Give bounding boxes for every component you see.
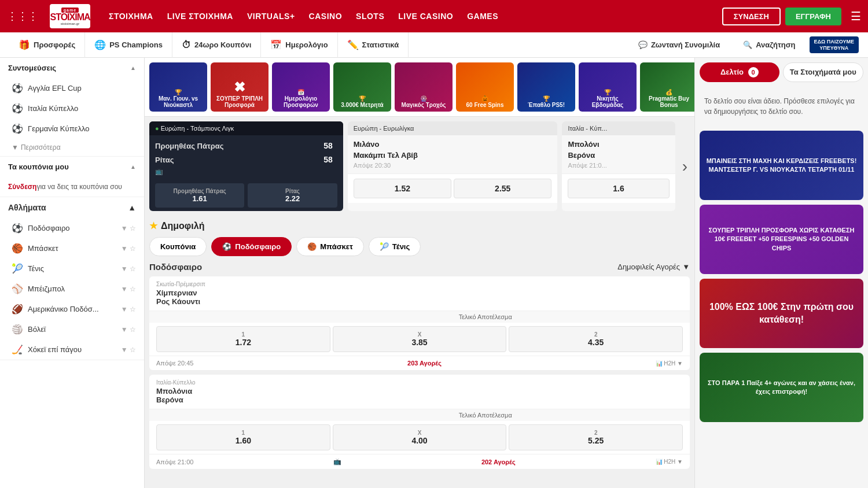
h2h-icon-1[interactable]: 📊 H2H ▼: [656, 360, 683, 367]
banner-ps5[interactable]: 🏆 Έπαθλο PS5!: [517, 62, 575, 112]
match-2-markets-count[interactable]: 202 Αγορές: [481, 459, 516, 465]
promo-card-4[interactable]: ΣΤΟ ΠΑΡΑ 1 Παίξε 4+ αγώνες και αν χάσεις…: [700, 353, 863, 422]
live-match-1-team2: Ρίτας: [155, 156, 174, 164]
sports-header[interactable]: Αθλήματα ▲: [0, 197, 144, 218]
match-1-odd-2[interactable]: 2 4.35: [509, 326, 683, 352]
banner-label-7: Έπαθλο PS5!: [528, 102, 565, 108]
banner-label-3: Ημερολόγιο Προσφορών: [275, 95, 326, 108]
italy-cup-label: Ιταλία Κύπελλο: [28, 104, 78, 113]
tab-coupons[interactable]: Κουπόνια: [149, 237, 207, 256]
match-2-teams: Μπολόνια Βερόνα: [156, 387, 683, 404]
sidebar-item-baseball[interactable]: ⚾ Μπέιζμπολ ▼ ☆: [0, 279, 144, 299]
banner-winner[interactable]: 🏆 Νικητής Εβδομάδας: [579, 62, 637, 112]
nav-virtuals[interactable]: VIRTUALS+: [247, 12, 295, 21]
popular-markets-dropdown[interactable]: Δημοφιλείς Αγορές ▼: [617, 263, 690, 271]
match-1-odd-1[interactable]: 1 1.72: [156, 326, 330, 352]
ps-champions-label: PS Champions: [109, 40, 163, 49]
sec-nav-offers[interactable]: 🎁 Προσφορές: [9, 32, 85, 58]
match-1-odds: 1 1.72 Χ 3.85 2 4.35: [156, 326, 683, 352]
responsible-gaming-badge[interactable]: ΕΔΩ ΠΑΙΖΟΥΜΕ ΥΠΕΥΘΥΝΑ: [810, 36, 859, 54]
live-match-1-league: Ευρώπη - Τσάμπιονς Λιγκ: [161, 125, 234, 132]
sec-nav-calendar[interactable]: 📅 Ημερολόγιο: [261, 32, 337, 58]
more-label: Περισσότερα: [21, 143, 61, 151]
live-match-3-odd1[interactable]: 1.6: [568, 179, 669, 198]
nav-stoixima[interactable]: ΣΤΟΙΧΗΜΑ: [109, 12, 153, 21]
football-icon-3: ⚽: [12, 123, 23, 134]
live-match-1-odd2[interactable]: Ρίτας 2.22: [248, 183, 337, 208]
odd1-val: 1.61: [193, 194, 207, 203]
banner-super-tripli[interactable]: ✖ ΣΟΥΠΕΡ ΤΡΙΠΛΗ Προσφορά: [211, 62, 269, 112]
nav-slots[interactable]: SLOTS: [356, 12, 384, 21]
sidebar-item-germany-cup[interactable]: ⚽ Γερμανία Κύπελλο: [0, 119, 144, 139]
match-1-markets-count[interactable]: 203 Αγορές: [407, 360, 442, 367]
live-match-1-body: Προμηθέας Πάτρας 58 Ρίτας 58 📺: [149, 135, 343, 180]
sec-nav-statistics[interactable]: ✏️ Στατιστικά: [338, 32, 409, 58]
sidebar-item-italy-cup[interactable]: ⚽ Ιταλία Κύπελλο: [0, 98, 144, 119]
sidebar-item-volleyball[interactable]: 🏐 Βόλεϊ ▼ ☆: [0, 319, 144, 339]
live-match-2-team1-row: Μιλάνο: [354, 140, 552, 149]
live-matches-next-icon[interactable]: ›: [680, 157, 690, 176]
promo-4-box: ΣΤΟ ΠΑΡΑ 1 Παίξε 4+ αγώνες και αν χάσεις…: [700, 353, 863, 422]
signin-link[interactable]: Σύνδεση: [8, 183, 36, 191]
sidebar-item-american-football[interactable]: 🏈 Αμερικάνικο Ποδόσ... ▼ ☆: [0, 299, 144, 319]
mycoupons-header[interactable]: Τα κουπόνια μου ▲: [0, 157, 144, 177]
calendar-label: Ημερολόγιο: [285, 40, 328, 49]
h2h-icon-2[interactable]: 📊 H2H ▼: [656, 459, 683, 465]
search-button[interactable]: 🔍 Αναζήτηση: [734, 40, 804, 49]
sidebar-item-tennis[interactable]: 🎾 Τένις ▼ ☆: [0, 258, 144, 279]
live-match-1-odd1[interactable]: Προμηθέας Πάτρας 1.61: [155, 183, 244, 208]
match-2-team1: Μπολόνια: [156, 387, 192, 395]
banner-pragmatic[interactable]: 💰 Pragmatic Buy Bonus: [640, 62, 694, 112]
hamburger-icon[interactable]: ☰: [851, 9, 861, 23]
tab-basketball[interactable]: 🏀 Μπάσκετ: [296, 237, 364, 256]
shortcuts-more[interactable]: ▼ Περισσότερα: [0, 139, 144, 156]
banner-free-spins[interactable]: 🎃 60 Free Spins: [456, 62, 514, 112]
nav-casino[interactable]: CASINO: [309, 12, 342, 21]
tab-tennis[interactable]: 🎾 Τένις: [369, 237, 421, 256]
sidebar-item-efl[interactable]: ⚽ Αγγλία EFL Cup: [0, 78, 144, 98]
banner-calendar[interactable]: 📅 Ημερολόγιο Προσφορών: [272, 62, 330, 112]
hockey-sport-icon: 🏒: [12, 344, 23, 355]
nav-live-casino[interactable]: LIVE CASINO: [398, 12, 453, 21]
banner-ps-champions[interactable]: 🏆 Μαν. Γιουν. vs Νιούκαστλ: [149, 62, 207, 112]
live-match-2-odds: 1.52 2.55: [348, 173, 558, 203]
live-match-3-team2: Βερόνα: [568, 151, 595, 160]
nav-live-stoixima[interactable]: LIVE ΣΤΟΙΧΗΜΑ: [167, 12, 233, 21]
banner-label-8: Νικητής Εβδομάδας: [582, 95, 633, 108]
live-match-2-odd1[interactable]: 1.52: [354, 179, 451, 198]
betslip-tab-active[interactable]: Δελτίο 0: [700, 62, 779, 82]
sec-nav-ps-champions[interactable]: 🌐 PS Champions: [85, 32, 172, 58]
live-chat-button[interactable]: 💬 Ζωντανή Συνομιλία: [629, 40, 729, 49]
grid-icon[interactable]: ⋮⋮⋮: [7, 10, 38, 23]
live-match-3-body: Μπολόνι Βερόνα Απόψε 21:0...: [562, 135, 675, 173]
match-2-team2: Βερόνα: [156, 395, 183, 404]
match-2-odd-x[interactable]: Χ 4.00: [333, 424, 507, 450]
banner-magic-wheel[interactable]: 🎡 Μαγικός Τροχός: [395, 62, 453, 112]
match-2-odd-1[interactable]: 1 1.60: [156, 424, 330, 450]
betslip-tab-mybets[interactable]: Τα Στοιχήματά μου: [783, 62, 864, 82]
match-2-league: Ιταλία-Κύπελλο: [156, 379, 683, 386]
football-chevron: ▼ ☆: [121, 224, 136, 232]
germany-cup-label: Γερμανία Κύπελλο: [28, 124, 89, 133]
match-2-odd-2[interactable]: 2 5.25: [509, 424, 683, 450]
promo-card-2[interactable]: ΣΟΥΠΕΡ ΤΡΙΠΛΗ ΠΡΟΣΦΟΡΑ ΧΩΡΙΣ ΚΑΤΑΘΕΣΗ 10…: [700, 205, 863, 274]
popular-title-text: Δημοφιλή: [161, 221, 204, 231]
nav-games[interactable]: GAMES: [467, 12, 498, 21]
promo-card-1[interactable]: ΜΠΑΙΝΕΙΣ ΣΤΗ ΜΑΧΗ ΚΑΙ ΚΕΡΔΙΖΕΙΣ FREEBETS…: [700, 131, 863, 200]
match-1-odd-x[interactable]: Χ 3.85: [333, 326, 507, 352]
live-match-2-odd2[interactable]: 2.55: [454, 179, 551, 198]
shortcuts-chevron-icon: ▲: [130, 65, 136, 71]
live-match-1-score1: 58: [319, 140, 337, 151]
promo-card-3[interactable]: 100% ΕΩΣ 100€ Στην πρώτη σου κατάθεση!: [700, 279, 863, 348]
banner-3000[interactable]: 🏆 3.000€ Μετρητά: [333, 62, 391, 112]
sec-nav-coupon[interactable]: ⏱ 24ωρο Κουπόνι: [172, 32, 261, 58]
shortcuts-header[interactable]: Συντομεύσεις ▲: [0, 58, 144, 78]
login-button[interactable]: ΣΥΝΔΕΣΗ: [722, 8, 781, 25]
register-button[interactable]: ΕΓΓΡΑΦΗ: [785, 8, 841, 25]
tab-football[interactable]: ⚽ Ποδόσφαιρο: [211, 237, 292, 256]
sidebar-item-hockey[interactable]: 🏒 Χόκεϊ επί πάγου ▼ ☆: [0, 339, 144, 360]
sidebar-item-football[interactable]: ⚽ Ποδόσφαιρο ▼ ☆: [0, 218, 144, 238]
responsible-line1: ΕΔΩ ΠΑΙΖΟΥΜΕ: [814, 39, 854, 45]
logo[interactable]: game STOIXIMA stoiximan.gr: [50, 4, 90, 28]
sidebar-item-basketball[interactable]: 🏀 Μπάσκετ ▼ ☆: [0, 238, 144, 258]
